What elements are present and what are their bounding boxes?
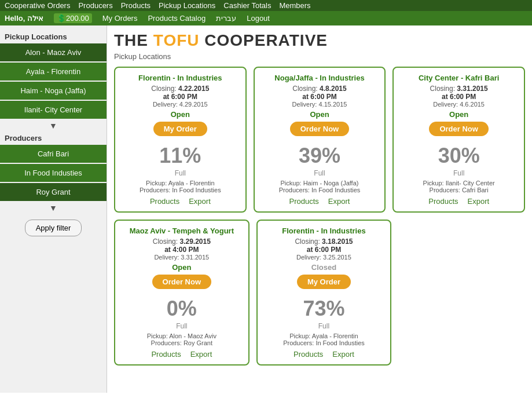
sidebar-item-alon[interactable]: Alon - Maoz Aviv <box>0 43 107 61</box>
sidebar: Pickup Locations Alon - Maoz Aviv Ayala … <box>0 25 107 393</box>
card-4-closing-time: at 4:00 PM <box>121 246 243 254</box>
card-4-full: Full <box>121 322 243 330</box>
card-5-title: Florentin - In Industries <box>263 226 385 235</box>
title-suffix: COOPERATIVE <box>199 31 328 49</box>
top-navigation: Cooperative Orders Producers Products Pi… <box>0 0 532 11</box>
second-navigation: Hello, אילה 💲200.00 My Orders Products C… <box>0 11 532 25</box>
card-3-order-btn[interactable]: Order Now <box>429 122 488 136</box>
card-1-closing-time: at 6:00 PM <box>121 93 240 101</box>
card-1-full: Full <box>121 169 240 177</box>
card-3-products-link[interactable]: Products <box>428 197 458 206</box>
balance-display: 💲200.00 <box>54 13 92 23</box>
nav-members[interactable]: Members <box>279 1 310 10</box>
cards-grid-top: Florentin - In Industries Closing: 4.22.… <box>114 67 525 213</box>
page-title: THE TOFU COOPERATIVE <box>114 31 525 50</box>
nav-my-orders[interactable]: My Orders <box>102 14 138 23</box>
card-5-export-link[interactable]: Export <box>332 350 354 359</box>
card-2-percent: 39% <box>261 144 379 168</box>
nav-logout[interactable]: Logout <box>247 14 270 23</box>
card-4-producers: Producers: Roy Grant <box>121 339 243 346</box>
pickup-chevron-down: ▼ <box>0 120 107 131</box>
sidebar-item-cafri[interactable]: Cafri Bari <box>0 145 107 163</box>
sidebar-item-roygrant[interactable]: Roy Grant <box>0 183 107 201</box>
card-4-status: Open <box>121 263 243 272</box>
card-4-order-btn[interactable]: Order Now <box>152 275 211 289</box>
card-2-products-link[interactable]: Products <box>289 197 319 206</box>
card-4-delivery: Delivery: 3.31.2015 <box>121 254 243 261</box>
apply-filter-button[interactable]: Apply filter <box>25 220 82 236</box>
card-3-status: Open <box>399 110 518 119</box>
card-3-full: Full <box>399 169 518 177</box>
card-2-closing-time: at 6:00 PM <box>261 93 379 101</box>
nav-producers[interactable]: Producers <box>78 1 112 10</box>
nav-pickup-locations[interactable]: Pickup Locations <box>159 1 215 10</box>
card-4-products-link[interactable]: Products <box>151 350 181 359</box>
card-2-pickup: Pickup: Haim - Noga (Jaffa) <box>261 180 379 187</box>
card-2-producers: Producers: In Food Industies <box>261 187 379 193</box>
card-4-links: Products Export <box>121 350 243 359</box>
nav-products-catalog[interactable]: Products Catalog <box>148 14 206 23</box>
card-1-pickup: Pickup: Ayala - Florentin <box>121 180 240 187</box>
card-5-products-link[interactable]: Products <box>293 350 323 359</box>
pickup-locations-label: Pickup Locations <box>114 52 525 61</box>
card-5-percent: 73% <box>263 297 385 321</box>
card-2-closing-label: Closing: 4.8.2015 <box>261 85 379 93</box>
card-5-closing-label: Closing: 3.18.2015 <box>263 237 385 246</box>
card-2-title: Noga/Jaffa - In Industries <box>261 74 379 82</box>
title-highlight: TOFU <box>153 31 200 49</box>
card-3-links: Products Export <box>399 197 518 206</box>
title-prefix: THE <box>114 31 153 49</box>
order-card-4: Maoz Aviv - Tempeh & Yogurt Closing: 3.2… <box>114 220 250 366</box>
card-5-full: Full <box>263 322 385 330</box>
card-2-status: Open <box>261 110 379 119</box>
card-4-closing-label: Closing: 3.29.2015 <box>121 237 243 246</box>
card-1-order-btn[interactable]: My Order <box>153 122 207 136</box>
nav-hebrew[interactable]: עברית <box>216 14 236 23</box>
main-layout: Pickup Locations Alon - Maoz Aviv Ayala … <box>0 25 532 393</box>
card-1-export-link[interactable]: Export <box>189 197 211 206</box>
card-5-links: Products Export <box>263 350 385 359</box>
card-4-pickup: Pickup: Alon - Maoz Aviv <box>121 332 243 339</box>
nav-cooperative-orders[interactable]: Cooperative Orders <box>5 1 70 10</box>
card-2-links: Products Export <box>261 197 379 206</box>
card-1-links: Products Export <box>121 197 240 206</box>
card-2-export-link[interactable]: Export <box>328 197 350 206</box>
nav-products[interactable]: Products <box>121 1 151 10</box>
sidebar-item-ayala[interactable]: Ayala - Florentin <box>0 63 107 81</box>
producers-section-title: Producers <box>0 131 107 145</box>
cards-grid-bottom: Maoz Aviv - Tempeh & Yogurt Closing: 3.2… <box>114 220 391 366</box>
card-2-full: Full <box>261 169 379 177</box>
card-3-pickup: Pickup: Ilanit- City Center <box>399 180 518 187</box>
card-1-closing-label: Closing: 4.22.2015 <box>121 85 240 93</box>
order-card-1: Florentin - In Industries Closing: 4.22.… <box>114 67 247 213</box>
card-1-products-link[interactable]: Products <box>150 197 179 206</box>
card-2-order-btn[interactable]: Order Now <box>290 122 349 136</box>
card-2-delivery: Delivery: 4.15.2015 <box>261 101 379 108</box>
card-3-title: City Center - Kafri Bari <box>399 74 518 82</box>
card-5-delivery: Delivery: 3.25.2015 <box>263 254 385 261</box>
order-card-5: Florentin - In Industries Closing: 3.18.… <box>256 220 392 366</box>
hello-greeting: Hello, אילה <box>5 14 43 23</box>
card-3-export-link[interactable]: Export <box>468 197 490 206</box>
card-5-order-btn[interactable]: My Order <box>297 275 351 289</box>
sidebar-item-infood[interactable]: In Food Industies <box>0 164 107 182</box>
card-3-percent: 30% <box>399 144 518 168</box>
card-5-status: Closed <box>263 263 385 272</box>
card-3-delivery: Delivery: 4.6.2015 <box>399 101 518 108</box>
card-1-delivery: Delivery: 4.29.2015 <box>121 101 240 108</box>
card-1-producers: Producers: In Food Industies <box>121 187 240 193</box>
card-4-export-link[interactable]: Export <box>190 350 212 359</box>
nav-cashier-totals[interactable]: Cashier Totals <box>223 1 271 10</box>
card-5-closing-time: at 6:00 PM <box>263 246 385 254</box>
card-1-title: Florentin - In Industries <box>121 74 240 82</box>
card-3-closing-time: at 6:00 PM <box>399 93 518 101</box>
order-card-3: City Center - Kafri Bari Closing: 3.31.2… <box>392 67 525 213</box>
sidebar-item-ilanit[interactable]: Ilanit- City Center <box>0 101 107 119</box>
producers-chevron-down: ▼ <box>0 202 107 214</box>
card-4-title: Maoz Aviv - Tempeh & Yogurt <box>121 226 243 235</box>
main-content: THE TOFU COOPERATIVE Pickup Locations Fl… <box>107 25 532 393</box>
sidebar-item-haim[interactable]: Haim - Noga (Jaffa) <box>0 82 107 100</box>
pickup-section-title: Pickup Locations <box>0 30 107 43</box>
order-card-2: Noga/Jaffa - In Industries Closing: 4.8.… <box>254 67 386 213</box>
card-1-percent: 11% <box>121 144 240 168</box>
